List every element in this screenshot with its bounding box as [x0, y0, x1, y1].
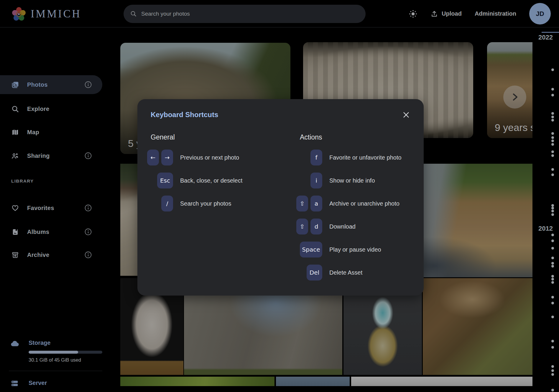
key-i: i	[310, 173, 322, 188]
shortcut-row: ← → Previous or next photo	[151, 146, 300, 169]
shortcut-desc: Download	[329, 223, 356, 230]
close-icon	[402, 111, 410, 119]
key-d: d	[310, 219, 322, 234]
shortcut-desc: Show or hide info	[329, 177, 375, 184]
modal-header: Keyboard Shortcuts	[151, 110, 410, 119]
section-heading: Actions	[300, 133, 410, 141]
shortcut-desc: Back, close, or deselect	[180, 177, 242, 184]
key-space: Space	[300, 242, 322, 257]
modal-title: Keyboard Shortcuts	[151, 111, 218, 119]
key-left-arrow: ←	[147, 150, 159, 165]
key-shift: ⇧	[296, 219, 308, 234]
shortcut-row: Space Play or pause video	[300, 238, 410, 261]
shortcut-row: Del Delete Asset	[300, 261, 410, 284]
shortcut-row: i Show or hide info	[300, 169, 410, 192]
shortcut-desc: Delete Asset	[329, 269, 362, 276]
key-slash: /	[161, 196, 173, 211]
shortcut-row: f Favorite or unfavorite photo	[300, 146, 410, 169]
shortcut-row: / Search your photos	[151, 192, 300, 215]
key-esc: Esc	[157, 173, 173, 188]
shortcut-row: ⇧ a Archive or unarchive photo	[300, 192, 410, 215]
key-right-arrow: →	[161, 150, 173, 165]
key-del: Del	[307, 265, 322, 281]
shortcuts-section-actions: Actions f Favorite or unfavorite photo i…	[300, 133, 410, 284]
section-heading: General	[151, 133, 300, 141]
shortcut-desc: Search your photos	[180, 200, 231, 207]
shortcut-desc: Play or pause video	[329, 246, 381, 253]
key-a: a	[310, 196, 322, 211]
immich-app: 5 y 9 years si Wed, 2022 2012	[0, 0, 559, 392]
shortcut-desc: Favorite or unfavorite photo	[329, 154, 402, 161]
shortcut-row: ⇧ d Download	[300, 215, 410, 238]
shortcut-desc: Archive or unarchive photo	[329, 200, 399, 207]
keyboard-shortcuts-modal: Keyboard Shortcuts General ← → Previous …	[137, 99, 424, 296]
shortcuts-section-general: General ← → Previous or next photo Esc B	[151, 133, 300, 284]
key-f: f	[310, 150, 322, 165]
key-shift: ⇧	[296, 196, 308, 211]
close-button[interactable]	[402, 110, 410, 119]
modal-body: General ← → Previous or next photo Esc B	[151, 133, 410, 284]
shortcut-row: Esc Back, close, or deselect	[151, 169, 300, 192]
shortcut-desc: Previous or next photo	[180, 154, 239, 161]
